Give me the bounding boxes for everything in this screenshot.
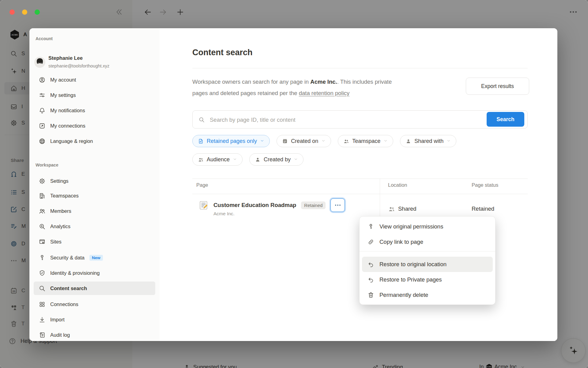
person-circle-icon: [38, 76, 46, 83]
people-icon: [38, 208, 46, 215]
scroll-icon: [38, 332, 46, 339]
window-controls: [9, 10, 40, 15]
nav-teamspaces[interactable]: Teamspaces: [34, 189, 155, 202]
menu-permanently-delete[interactable]: Permanently delete: [362, 287, 493, 303]
undo-icon: [367, 261, 375, 268]
nav-my-account[interactable]: My account: [34, 73, 155, 86]
filter-row-1: Retained pages only Created on Teamspace…: [192, 135, 456, 147]
search-icon: [38, 285, 46, 292]
import-arrow-icon: [38, 316, 46, 323]
nav-language-region[interactable]: Language & region: [34, 134, 155, 148]
people-icon: [388, 205, 395, 213]
magnifier-plus-icon: [38, 223, 46, 230]
workspace-section-label: Workspace: [36, 163, 58, 167]
key-icon: [38, 254, 46, 261]
ellipsis-icon: [334, 201, 341, 209]
search-bar: Search: [192, 110, 528, 128]
menu-view-original-permissions[interactable]: View original permissions: [362, 219, 493, 234]
nav-content-search[interactable]: Content search: [34, 282, 155, 295]
nav-security-data[interactable]: Security & data New: [34, 251, 155, 264]
table-header-divider: [192, 194, 528, 194]
row-actions-button[interactable]: [330, 198, 345, 212]
search-button[interactable]: Search: [487, 112, 524, 127]
chevron-down-icon: [294, 156, 298, 163]
globe-icon: [38, 138, 46, 145]
undo-icon: [367, 276, 375, 283]
nav-my-notifications[interactable]: My notifications: [34, 104, 155, 117]
file-text-icon: [198, 138, 204, 144]
calendar-icon: [282, 138, 288, 144]
menu-copy-link-to-page[interactable]: Copy link to page: [362, 234, 493, 250]
people-icon: [343, 138, 349, 144]
nav-audit-log[interactable]: Audit log: [34, 328, 155, 341]
page-status-cell: Retained: [472, 204, 494, 213]
column-header-page: Page: [196, 182, 208, 188]
avatar: [34, 57, 45, 69]
people-icon: [198, 157, 204, 163]
table-row[interactable]: Customer Education Roadmap Retained: [198, 198, 345, 212]
workspace-name: Acme Inc.: [310, 79, 337, 85]
grid-icon: [38, 301, 46, 308]
settings-nav: Account Stephanie Lee stephanie@toolsfor…: [29, 28, 160, 341]
menu-restore-to-original-location[interactable]: Restore to original location: [362, 257, 493, 272]
filter-teamspace[interactable]: Teamspace: [338, 135, 393, 147]
minimize-window-button[interactable]: [22, 10, 27, 15]
user-name: Stephanie Lee: [48, 55, 83, 61]
location-cell: Shared: [388, 204, 417, 213]
filter-created-on[interactable]: Created on: [277, 135, 331, 147]
data-retention-policy-link[interactable]: data retention policy: [299, 90, 350, 96]
chevron-down-icon: [383, 138, 388, 144]
export-results-button[interactable]: Export results: [466, 78, 529, 95]
filter-retained-pages-only[interactable]: Retained pages only: [192, 135, 270, 147]
nav-settings[interactable]: Settings: [34, 174, 155, 188]
table-top-divider: [192, 178, 528, 179]
chevron-down-icon: [260, 138, 264, 144]
link-icon: [367, 239, 375, 245]
nav-analytics[interactable]: Analytics: [34, 220, 155, 233]
filter-created-by[interactable]: Created by: [249, 153, 303, 166]
shield-check-icon: [38, 270, 46, 277]
app-window: ACME A S N H I S: [0, 0, 588, 368]
sliders-icon: [38, 92, 46, 99]
key-icon: [367, 223, 375, 230]
nav-my-connections[interactable]: My connections: [34, 119, 155, 132]
menu-restore-to-private-pages[interactable]: Restore to Private pages: [362, 272, 493, 287]
trash-icon: [367, 292, 375, 298]
user-email: stephanie@toolsforthought.xyz: [48, 63, 109, 68]
ellipsis-icon: [569, 7, 578, 17]
nav-import[interactable]: Import: [34, 313, 155, 326]
browser-cursor-icon: [38, 238, 46, 245]
nav-sites[interactable]: Sites: [34, 235, 155, 248]
chevron-down-icon: [233, 156, 237, 163]
zoom-window-button[interactable]: [35, 10, 40, 15]
filter-shared-with[interactable]: Shared with: [400, 135, 456, 147]
row-actions-menu: View original permissions Copy link to p…: [359, 216, 496, 305]
gear-icon: [38, 178, 46, 185]
column-header-page-status: Page status: [472, 182, 498, 188]
retained-badge: Retained: [301, 201, 326, 209]
building-icon: [38, 192, 46, 199]
chevron-down-icon: [321, 138, 326, 144]
column-header-location: Location: [388, 182, 407, 188]
chevron-down-icon: [447, 138, 451, 144]
page-title-cell: Customer Education Roadmap: [213, 202, 296, 209]
menu-divider: [360, 251, 495, 251]
search-input[interactable]: [209, 111, 492, 129]
nav-identity-provisioning[interactable]: Identity & provisioning: [34, 266, 155, 280]
search-icon: [198, 117, 205, 123]
new-badge: New: [89, 255, 103, 261]
person-icon: [255, 157, 261, 163]
description: Workspace owners can search for any page…: [192, 76, 407, 99]
window-more-button[interactable]: [567, 7, 580, 17]
close-window-button[interactable]: [9, 10, 15, 15]
nav-members[interactable]: Members: [34, 204, 155, 218]
nav-my-settings[interactable]: My settings: [34, 88, 155, 102]
bell-icon: [38, 107, 46, 114]
account-section-label: Account: [36, 36, 53, 41]
person-icon: [405, 138, 411, 144]
nav-connections[interactable]: Connections: [34, 297, 155, 311]
filter-audience[interactable]: Audience: [192, 153, 243, 166]
title-divider: [192, 68, 528, 68]
arrow-up-right-box-icon: [38, 122, 46, 129]
memo-page-icon: [198, 200, 209, 210]
